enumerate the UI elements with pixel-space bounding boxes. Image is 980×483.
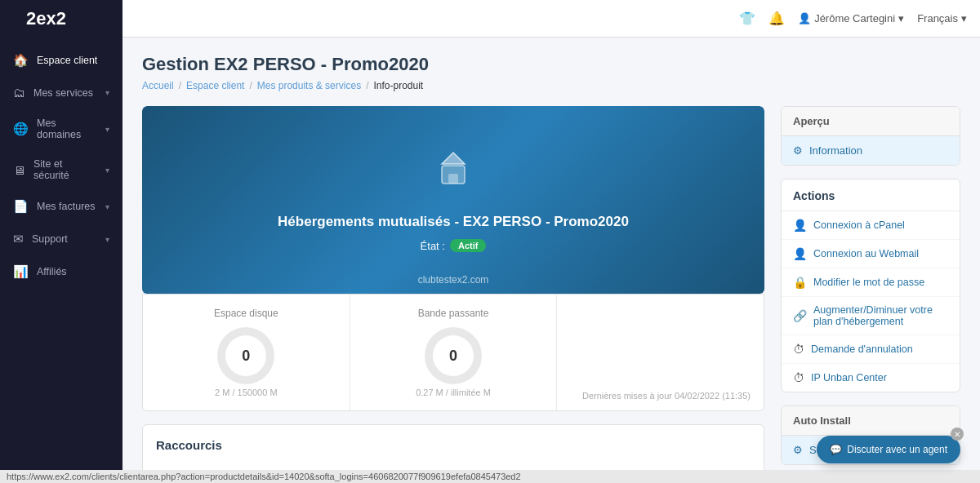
softaculous-icon: ⚙ xyxy=(793,444,803,456)
status-label: État : xyxy=(421,240,445,252)
sidebar-label-mes-services: Mes services xyxy=(33,87,97,99)
lock-icon: 🔒 xyxy=(793,276,807,289)
invoice-icon: 📄 xyxy=(13,199,29,214)
info-gear-icon: ⚙ xyxy=(793,144,803,157)
chevron-down-icon-5: ▾ xyxy=(105,235,109,244)
bell-icon[interactable]: 🔔 xyxy=(768,11,785,26)
services-icon: 🗂 xyxy=(13,86,25,100)
bandwidth-stat: Bande passante 0 0.27 M / illimitée M xyxy=(350,295,558,410)
external-link-icon: 🔗 xyxy=(793,309,807,322)
breadcrumb-sep-2: / xyxy=(249,80,252,91)
action-webmail[interactable]: 👤 Connexion au Webmail xyxy=(782,240,960,268)
disk-stat: Espace disque 0 2 M / 150000 M xyxy=(143,295,350,410)
sidebar-label-support: Support xyxy=(32,233,97,245)
svg-text:2ex2: 2ex2 xyxy=(26,8,66,29)
bandwidth-sub: 0.27 M / illimitée M xyxy=(363,388,544,397)
user-icon: 👤 xyxy=(798,12,811,24)
sidebar-item-site-securite[interactable]: 🖥 Site et sécurité ▾ xyxy=(0,149,122,190)
disk-gauge: 0 xyxy=(156,327,336,384)
action-label-3: Augmenter/Diminuer votre plan d'hébergem… xyxy=(813,304,948,327)
product-title: Hébergements mutualisés - EX2 PERSO - Pr… xyxy=(278,212,629,232)
action-label-0: Connexion à cPanel xyxy=(813,219,905,231)
sidebar-label-mes-factures: Mes factures xyxy=(37,201,97,212)
globe-icon: 🌐 xyxy=(13,122,29,136)
bandwidth-label: Bande passante xyxy=(363,308,544,319)
product-section: Hébergements mutualisés - EX2 PERSO - Pr… xyxy=(142,106,764,411)
status-url: https://www.ex2.com/clients/clientarea.p… xyxy=(7,472,521,481)
sidebar-item-affilies[interactable]: 📊 Affiliés xyxy=(0,255,122,288)
chevron-down-icon-3: ▾ xyxy=(105,166,109,175)
action-cancel[interactable]: ⏱ Demande d'annulation xyxy=(782,335,960,364)
webmail-icon: 👤 xyxy=(793,247,807,260)
stats-row: Espace disque 0 2 M / 150000 M Bande pas… xyxy=(142,294,764,411)
autoinstall-header: Auto Install xyxy=(782,406,960,436)
lang-label: Français xyxy=(917,12,958,24)
unban-icon: ⏱ xyxy=(793,371,804,384)
mail-icon: ✉ xyxy=(13,232,24,246)
chat-label: Discuter avec un agent xyxy=(847,444,947,455)
status-bar: https://www.ex2.com/clients/clientarea.p… xyxy=(0,470,980,483)
breadcrumb-home[interactable]: Accueil xyxy=(142,80,174,91)
sidebar-item-support[interactable]: ✉ Support ▾ xyxy=(0,223,122,255)
svg-marker-2 xyxy=(442,153,465,164)
chart-icon: 📊 xyxy=(13,264,29,279)
information-button[interactable]: ⚙ Information xyxy=(782,136,960,165)
sidebar-item-mes-factures[interactable]: 📄 Mes factures ▾ xyxy=(0,190,122,223)
sidebar-label-mes-domaines: Mes domaines xyxy=(37,117,97,140)
language-menu[interactable]: Français ▾ xyxy=(917,12,967,24)
chat-icon: 💬 xyxy=(830,444,842,455)
chat-close-button[interactable]: ✕ xyxy=(951,428,964,441)
product-banner: Hébergements mutualisés - EX2 PERSO - Pr… xyxy=(142,106,764,294)
bandwidth-value: 0 xyxy=(433,335,474,376)
svg-rect-3 xyxy=(448,174,458,184)
logo: 2ex2 xyxy=(0,0,122,38)
apercu-box: Aperçu ⚙ Information xyxy=(781,106,960,166)
monitor-icon: 🖥 xyxy=(13,163,25,177)
sidebar-item-espace-client[interactable]: 🏠 Espace client xyxy=(0,44,122,77)
information-label: Information xyxy=(809,144,862,157)
product-icon xyxy=(430,148,476,202)
sidebar-label-affilies: Affiliés xyxy=(37,266,109,277)
action-label-2: Modifier le mot de passe xyxy=(813,277,924,288)
disk-label: Espace disque xyxy=(156,308,336,319)
apercu-header: Aperçu xyxy=(782,107,960,136)
breadcrumb-espace-client[interactable]: Espace client xyxy=(186,80,244,91)
action-ipunban[interactable]: ⏱ IP Unban Center xyxy=(782,364,960,392)
chevron-down-icon-4: ▾ xyxy=(105,202,109,211)
status-badge: Actif xyxy=(450,239,486,252)
sidebar-item-mes-services[interactable]: 🗂 Mes services ▾ xyxy=(0,77,122,109)
actions-box: Actions 👤 Connexion à cPanel 👤 Connexion… xyxy=(781,179,960,392)
user-name: Jérôme Cartegini xyxy=(814,12,895,24)
breadcrumb: Accueil / Espace client / Mes produits &… xyxy=(142,80,960,91)
main-layout: 🏠 Espace client 🗂 Mes services ▾ 🌐 Mes d… xyxy=(0,38,980,483)
cpanel-icon: 👤 xyxy=(793,219,807,232)
chat-bubble[interactable]: 💬 Discuter avec un agent xyxy=(817,436,960,463)
action-upgrade[interactable]: 🔗 Augmenter/Diminuer votre plan d'héberg… xyxy=(782,297,960,335)
sidebar-label-espace-client: Espace client xyxy=(37,55,109,66)
shirt-icon[interactable]: 👕 xyxy=(739,11,755,26)
chevron-down-icon-2: ▾ xyxy=(105,125,109,134)
breadcrumb-current: Info-produit xyxy=(373,80,423,91)
breadcrumb-mes-produits[interactable]: Mes produits & services xyxy=(257,80,361,91)
product-domain: clubtestex2.com xyxy=(142,274,764,286)
product-card: Hébergements mutualisés - EX2 PERSO - Pr… xyxy=(142,106,764,294)
shortcuts-title: Raccourcis xyxy=(156,438,751,452)
cancel-icon: ⏱ xyxy=(793,343,804,356)
sidebar: 🏠 Espace client 🗂 Mes services ▾ 🌐 Mes d… xyxy=(0,38,122,483)
action-password[interactable]: 🔒 Modifier le mot de passe xyxy=(782,268,960,297)
actions-title: Actions xyxy=(782,179,960,211)
disk-sub: 2 M / 150000 M xyxy=(156,388,336,397)
home-icon: 🏠 xyxy=(13,53,29,68)
page-title: Gestion EX2 PERSO - Promo2020 xyxy=(142,54,960,75)
lang-dropdown-icon: ▾ xyxy=(961,12,967,24)
action-label-5: IP Unban Center xyxy=(811,372,887,383)
breadcrumb-sep-3: / xyxy=(366,80,368,91)
action-cpanel[interactable]: 👤 Connexion à cPanel xyxy=(782,211,960,240)
left-panel: Hébergements mutualisés - EX2 PERSO - Pr… xyxy=(142,106,764,483)
breadcrumb-sep-1: / xyxy=(179,80,181,91)
update-timestamp: Dernières mises à jour 04/02/2022 (11:35… xyxy=(557,295,764,410)
disk-value: 0 xyxy=(225,335,266,376)
sidebar-item-mes-domaines[interactable]: 🌐 Mes domaines ▾ xyxy=(0,109,122,149)
content-grid: Hébergements mutualisés - EX2 PERSO - Pr… xyxy=(142,106,960,483)
user-menu[interactable]: 👤 Jérôme Cartegini ▾ xyxy=(798,12,904,24)
